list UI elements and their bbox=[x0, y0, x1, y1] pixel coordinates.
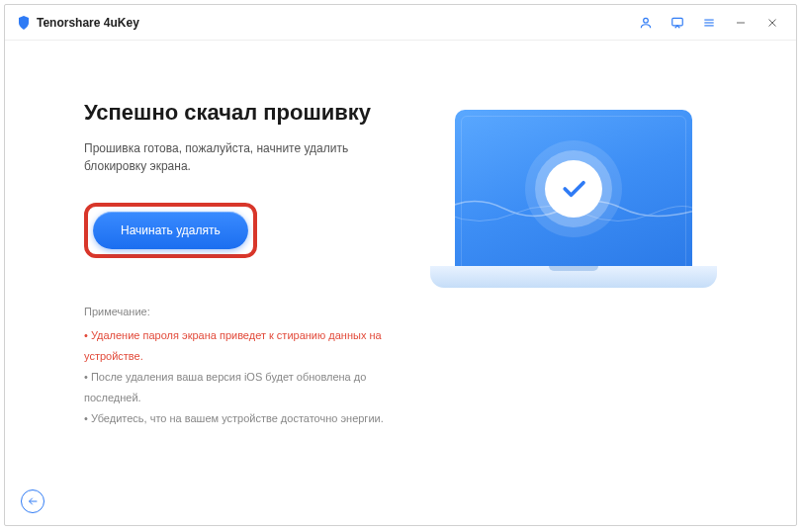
page-heading: Успешно скачал прошивку bbox=[84, 100, 410, 126]
laptop-base bbox=[430, 266, 717, 288]
feedback-icon[interactable] bbox=[666, 11, 689, 35]
left-pane: Успешно скачал прошивку Прошивка готова,… bbox=[84, 100, 410, 505]
app-window: Tenorshare 4uKey Успешно скачал прошивку… bbox=[4, 4, 797, 526]
app-title: Tenorshare 4uKey bbox=[37, 16, 139, 30]
start-remove-button[interactable]: Начинать удалять bbox=[93, 212, 248, 249]
notes-title: Примечание: bbox=[84, 306, 410, 317]
illustration-pane bbox=[410, 100, 737, 505]
note-warning: Удаление пароля экрана приведет к стиран… bbox=[84, 325, 410, 367]
account-icon[interactable] bbox=[634, 11, 658, 35]
success-check-icon bbox=[545, 160, 602, 218]
back-button[interactable] bbox=[21, 489, 45, 513]
titlebar: Tenorshare 4uKey bbox=[5, 5, 796, 41]
laptop-screen bbox=[455, 110, 692, 268]
minimize-button[interactable] bbox=[729, 11, 753, 35]
close-button[interactable] bbox=[760, 11, 784, 35]
menu-icon[interactable] bbox=[697, 11, 721, 35]
cta-highlight: Начинать удалять bbox=[84, 203, 257, 258]
page-subtext: Прошивка готова, пожалуйста, начните уда… bbox=[84, 139, 410, 175]
note-item: После удаления ваша версия iOS будет обн… bbox=[84, 367, 410, 408]
svg-point-0 bbox=[644, 18, 649, 23]
app-logo-icon bbox=[17, 16, 31, 30]
note-item: Убедитесь, что на вашем устройстве доста… bbox=[84, 408, 410, 429]
laptop-illustration bbox=[430, 110, 717, 308]
svg-rect-1 bbox=[672, 18, 683, 26]
main-content: Успешно скачал прошивку Прошивка готова,… bbox=[5, 41, 796, 525]
